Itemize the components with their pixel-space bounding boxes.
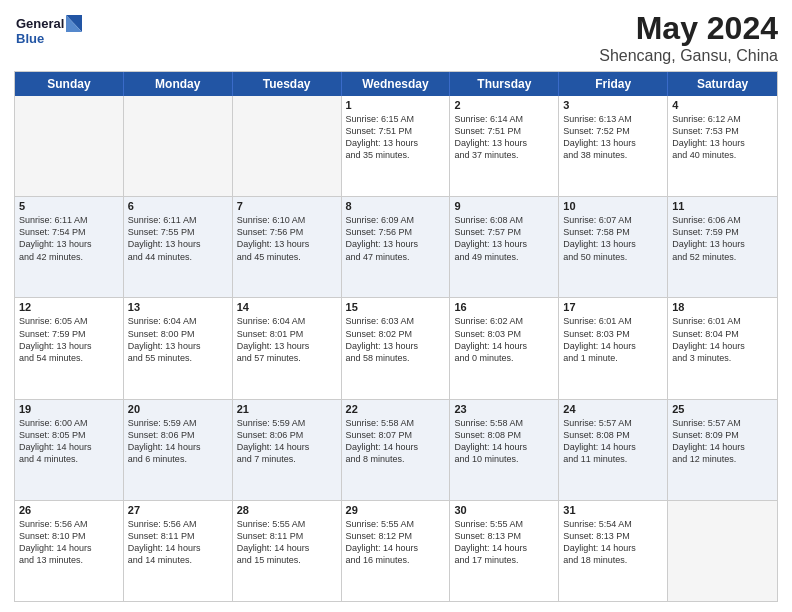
day-number: 2 bbox=[454, 99, 554, 111]
day-info: Sunrise: 6:08 AM Sunset: 7:57 PM Dayligh… bbox=[454, 214, 554, 263]
day-info: Sunrise: 5:55 AM Sunset: 8:12 PM Dayligh… bbox=[346, 518, 446, 567]
day-number: 11 bbox=[672, 200, 773, 212]
day-cell-17: 17Sunrise: 6:01 AM Sunset: 8:03 PM Dayli… bbox=[559, 298, 668, 398]
day-cell-5: 5Sunrise: 6:11 AM Sunset: 7:54 PM Daylig… bbox=[15, 197, 124, 297]
day-cell-6: 6Sunrise: 6:11 AM Sunset: 7:55 PM Daylig… bbox=[124, 197, 233, 297]
day-info: Sunrise: 5:55 AM Sunset: 8:11 PM Dayligh… bbox=[237, 518, 337, 567]
header-day-friday: Friday bbox=[559, 72, 668, 96]
day-number: 26 bbox=[19, 504, 119, 516]
day-info: Sunrise: 6:11 AM Sunset: 7:55 PM Dayligh… bbox=[128, 214, 228, 263]
day-number: 23 bbox=[454, 403, 554, 415]
day-info: Sunrise: 6:01 AM Sunset: 8:04 PM Dayligh… bbox=[672, 315, 773, 364]
svg-text:Blue: Blue bbox=[16, 31, 44, 46]
day-number: 16 bbox=[454, 301, 554, 313]
svg-text:General: General bbox=[16, 16, 64, 31]
day-cell-4: 4Sunrise: 6:12 AM Sunset: 7:53 PM Daylig… bbox=[668, 96, 777, 196]
day-cell-1: 1Sunrise: 6:15 AM Sunset: 7:51 PM Daylig… bbox=[342, 96, 451, 196]
day-info: Sunrise: 6:14 AM Sunset: 7:51 PM Dayligh… bbox=[454, 113, 554, 162]
day-cell-13: 13Sunrise: 6:04 AM Sunset: 8:00 PM Dayli… bbox=[124, 298, 233, 398]
day-cell-8: 8Sunrise: 6:09 AM Sunset: 7:56 PM Daylig… bbox=[342, 197, 451, 297]
header-day-sunday: Sunday bbox=[15, 72, 124, 96]
day-info: Sunrise: 6:09 AM Sunset: 7:56 PM Dayligh… bbox=[346, 214, 446, 263]
calendar: SundayMondayTuesdayWednesdayThursdayFrid… bbox=[14, 71, 778, 602]
day-info: Sunrise: 6:11 AM Sunset: 7:54 PM Dayligh… bbox=[19, 214, 119, 263]
day-number: 15 bbox=[346, 301, 446, 313]
day-cell-2: 2Sunrise: 6:14 AM Sunset: 7:51 PM Daylig… bbox=[450, 96, 559, 196]
day-info: Sunrise: 5:55 AM Sunset: 8:13 PM Dayligh… bbox=[454, 518, 554, 567]
header-day-monday: Monday bbox=[124, 72, 233, 96]
day-number: 14 bbox=[237, 301, 337, 313]
day-info: Sunrise: 5:58 AM Sunset: 8:07 PM Dayligh… bbox=[346, 417, 446, 466]
day-cell-19: 19Sunrise: 6:00 AM Sunset: 8:05 PM Dayli… bbox=[15, 400, 124, 500]
day-info: Sunrise: 5:59 AM Sunset: 8:06 PM Dayligh… bbox=[237, 417, 337, 466]
day-number: 21 bbox=[237, 403, 337, 415]
day-number: 22 bbox=[346, 403, 446, 415]
day-info: Sunrise: 6:13 AM Sunset: 7:52 PM Dayligh… bbox=[563, 113, 663, 162]
day-cell-10: 10Sunrise: 6:07 AM Sunset: 7:58 PM Dayli… bbox=[559, 197, 668, 297]
day-info: Sunrise: 6:03 AM Sunset: 8:02 PM Dayligh… bbox=[346, 315, 446, 364]
day-info: Sunrise: 5:54 AM Sunset: 8:13 PM Dayligh… bbox=[563, 518, 663, 567]
day-info: Sunrise: 5:59 AM Sunset: 8:06 PM Dayligh… bbox=[128, 417, 228, 466]
day-cell-7: 7Sunrise: 6:10 AM Sunset: 7:56 PM Daylig… bbox=[233, 197, 342, 297]
day-info: Sunrise: 5:57 AM Sunset: 8:09 PM Dayligh… bbox=[672, 417, 773, 466]
day-info: Sunrise: 5:57 AM Sunset: 8:08 PM Dayligh… bbox=[563, 417, 663, 466]
day-cell-15: 15Sunrise: 6:03 AM Sunset: 8:02 PM Dayli… bbox=[342, 298, 451, 398]
day-info: Sunrise: 6:00 AM Sunset: 8:05 PM Dayligh… bbox=[19, 417, 119, 466]
day-cell-28: 28Sunrise: 5:55 AM Sunset: 8:11 PM Dayli… bbox=[233, 501, 342, 601]
day-number: 7 bbox=[237, 200, 337, 212]
day-number: 5 bbox=[19, 200, 119, 212]
day-info: Sunrise: 5:56 AM Sunset: 8:11 PM Dayligh… bbox=[128, 518, 228, 567]
day-cell-30: 30Sunrise: 5:55 AM Sunset: 8:13 PM Dayli… bbox=[450, 501, 559, 601]
day-number: 4 bbox=[672, 99, 773, 111]
calendar-row-3: 12Sunrise: 6:05 AM Sunset: 7:59 PM Dayli… bbox=[15, 298, 777, 399]
day-number: 25 bbox=[672, 403, 773, 415]
day-number: 13 bbox=[128, 301, 228, 313]
empty-cell bbox=[668, 501, 777, 601]
day-info: Sunrise: 6:05 AM Sunset: 7:59 PM Dayligh… bbox=[19, 315, 119, 364]
header-day-wednesday: Wednesday bbox=[342, 72, 451, 96]
calendar-row-2: 5Sunrise: 6:11 AM Sunset: 7:54 PM Daylig… bbox=[15, 197, 777, 298]
calendar-header: SundayMondayTuesdayWednesdayThursdayFrid… bbox=[15, 72, 777, 96]
day-number: 19 bbox=[19, 403, 119, 415]
day-info: Sunrise: 6:04 AM Sunset: 8:01 PM Dayligh… bbox=[237, 315, 337, 364]
empty-cell bbox=[15, 96, 124, 196]
day-number: 6 bbox=[128, 200, 228, 212]
day-number: 30 bbox=[454, 504, 554, 516]
day-number: 24 bbox=[563, 403, 663, 415]
day-number: 28 bbox=[237, 504, 337, 516]
day-cell-16: 16Sunrise: 6:02 AM Sunset: 8:03 PM Dayli… bbox=[450, 298, 559, 398]
day-info: Sunrise: 6:15 AM Sunset: 7:51 PM Dayligh… bbox=[346, 113, 446, 162]
day-cell-20: 20Sunrise: 5:59 AM Sunset: 8:06 PM Dayli… bbox=[124, 400, 233, 500]
header-day-tuesday: Tuesday bbox=[233, 72, 342, 96]
day-info: Sunrise: 6:12 AM Sunset: 7:53 PM Dayligh… bbox=[672, 113, 773, 162]
subtitle: Shencang, Gansu, China bbox=[599, 47, 778, 65]
day-number: 20 bbox=[128, 403, 228, 415]
page: General Blue May 2024 Shencang, Gansu, C… bbox=[0, 0, 792, 612]
day-number: 1 bbox=[346, 99, 446, 111]
day-cell-22: 22Sunrise: 5:58 AM Sunset: 8:07 PM Dayli… bbox=[342, 400, 451, 500]
day-cell-14: 14Sunrise: 6:04 AM Sunset: 8:01 PM Dayli… bbox=[233, 298, 342, 398]
day-cell-12: 12Sunrise: 6:05 AM Sunset: 7:59 PM Dayli… bbox=[15, 298, 124, 398]
day-number: 12 bbox=[19, 301, 119, 313]
main-title: May 2024 bbox=[599, 10, 778, 47]
day-info: Sunrise: 6:06 AM Sunset: 7:59 PM Dayligh… bbox=[672, 214, 773, 263]
header-day-saturday: Saturday bbox=[668, 72, 777, 96]
day-info: Sunrise: 6:01 AM Sunset: 8:03 PM Dayligh… bbox=[563, 315, 663, 364]
day-number: 17 bbox=[563, 301, 663, 313]
day-cell-26: 26Sunrise: 5:56 AM Sunset: 8:10 PM Dayli… bbox=[15, 501, 124, 601]
day-number: 8 bbox=[346, 200, 446, 212]
day-cell-25: 25Sunrise: 5:57 AM Sunset: 8:09 PM Dayli… bbox=[668, 400, 777, 500]
day-info: Sunrise: 6:10 AM Sunset: 7:56 PM Dayligh… bbox=[237, 214, 337, 263]
title-block: May 2024 Shencang, Gansu, China bbox=[599, 10, 778, 65]
day-number: 3 bbox=[563, 99, 663, 111]
day-info: Sunrise: 6:07 AM Sunset: 7:58 PM Dayligh… bbox=[563, 214, 663, 263]
day-number: 9 bbox=[454, 200, 554, 212]
day-cell-3: 3Sunrise: 6:13 AM Sunset: 7:52 PM Daylig… bbox=[559, 96, 668, 196]
day-cell-23: 23Sunrise: 5:58 AM Sunset: 8:08 PM Dayli… bbox=[450, 400, 559, 500]
day-cell-24: 24Sunrise: 5:57 AM Sunset: 8:08 PM Dayli… bbox=[559, 400, 668, 500]
day-cell-29: 29Sunrise: 5:55 AM Sunset: 8:12 PM Dayli… bbox=[342, 501, 451, 601]
empty-cell bbox=[233, 96, 342, 196]
day-cell-31: 31Sunrise: 5:54 AM Sunset: 8:13 PM Dayli… bbox=[559, 501, 668, 601]
day-cell-9: 9Sunrise: 6:08 AM Sunset: 7:57 PM Daylig… bbox=[450, 197, 559, 297]
day-cell-18: 18Sunrise: 6:01 AM Sunset: 8:04 PM Dayli… bbox=[668, 298, 777, 398]
